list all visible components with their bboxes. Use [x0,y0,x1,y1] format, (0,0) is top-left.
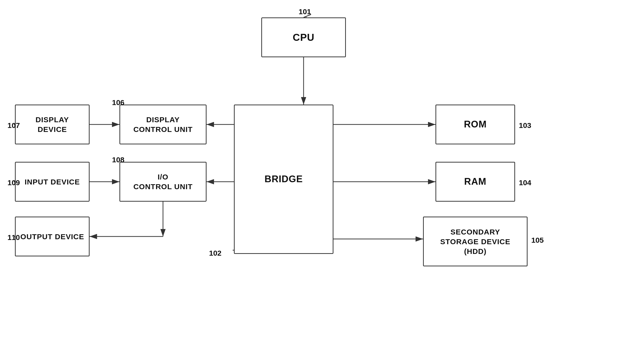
ram-label: RAM [464,175,486,188]
diagram: CPU BRIDGE ROM RAM SECONDARYSTORAGE DEVI… [0,0,644,349]
cpu-box: CPU [261,18,346,57]
input-dev-label: INPUT DEVICE [25,177,80,187]
rom-box: ROM [436,105,515,144]
ref-106: 106 [112,98,124,107]
rom-label: ROM [464,118,487,130]
ref-104: 104 [519,178,531,187]
display-dev-box: DISPLAYDEVICE [15,105,90,144]
ref-101: 101 [298,8,311,16]
input-dev-box: INPUT DEVICE [15,162,90,202]
ref-102: 102 [209,249,222,257]
ref-109: 109 [8,178,20,187]
ref-108: 108 [112,156,124,164]
ram-box: RAM [436,162,515,202]
io-ctrl-label: I/OCONTROL UNIT [134,172,192,191]
bridge-label: BRIDGE [264,173,303,185]
io-ctrl-box: I/OCONTROL UNIT [120,162,206,202]
display-ctrl-label: DISPLAYCONTROL UNIT [134,115,192,134]
ref-110: 110 [8,233,20,242]
output-dev-label: OUTPUT DEVICE [20,232,84,241]
output-dev-box: OUTPUT DEVICE [15,217,90,256]
secondary-label: SECONDARYSTORAGE DEVICE(HDD) [440,227,510,256]
cpu-label: CPU [293,31,314,44]
secondary-storage-box: SECONDARYSTORAGE DEVICE(HDD) [423,217,528,266]
display-dev-label: DISPLAYDEVICE [36,115,69,134]
bridge-box: BRIDGE [234,105,334,254]
ref-103: 103 [519,121,531,130]
ref-107: 107 [8,121,20,130]
display-ctrl-box: DISPLAYCONTROL UNIT [120,105,206,144]
ref-105: 105 [531,236,544,244]
